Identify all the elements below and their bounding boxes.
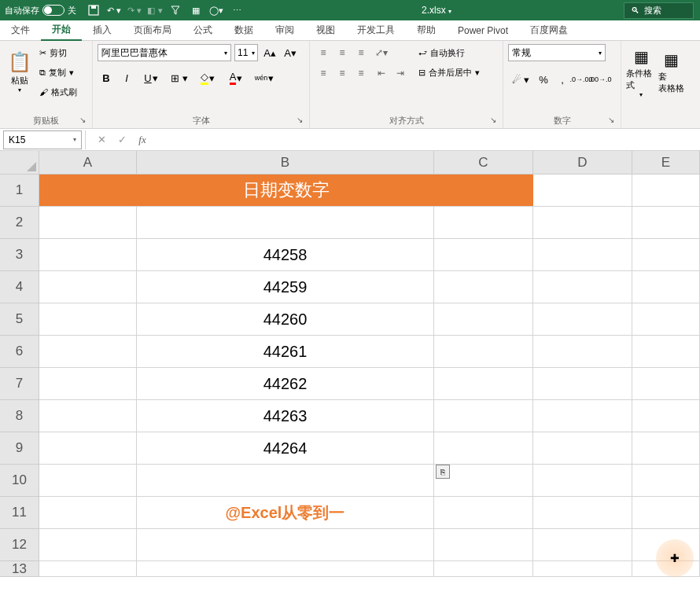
cell[interactable] — [434, 400, 533, 432]
cell[interactable] — [39, 271, 137, 303]
select-all-corner[interactable] — [0, 151, 39, 175]
cell[interactable] — [533, 239, 632, 271]
cell[interactable] — [533, 368, 632, 400]
tab-powerpivot[interactable]: Power Pivot — [447, 20, 519, 41]
cell[interactable] — [434, 239, 533, 271]
touch-icon[interactable]: ◧ ▾ — [146, 1, 164, 20]
row-header-9[interactable]: 9 — [0, 432, 39, 465]
undo-icon[interactable]: ↶ ▾ — [105, 1, 123, 20]
copy-button[interactable]: ⧉复制 ▾ — [38, 64, 79, 81]
font-family-select[interactable]: 阿里巴巴普惠体▾ — [98, 44, 231, 61]
redo-icon[interactable]: ↷ ▾ — [125, 1, 144, 20]
cell[interactable] — [39, 336, 137, 368]
cell[interactable] — [632, 303, 700, 336]
paste-button[interactable]: 📋 粘贴 ▾ — [5, 44, 35, 101]
cell[interactable] — [533, 400, 632, 432]
tab-help[interactable]: 帮助 — [406, 20, 447, 41]
format-table-button[interactable]: ▦ 套 表格格 — [659, 44, 683, 101]
cell[interactable] — [632, 175, 700, 207]
tab-view[interactable]: 视图 — [305, 20, 346, 41]
align-center-icon[interactable]: ≡ — [333, 64, 351, 82]
row-header-8[interactable]: 8 — [0, 400, 39, 432]
cell[interactable] — [39, 400, 137, 432]
cell[interactable] — [137, 529, 434, 561]
row-header-5[interactable]: 5 — [0, 303, 39, 336]
cell[interactable] — [533, 497, 632, 529]
row-header-10[interactable]: 10 — [0, 465, 39, 497]
tab-baidu[interactable]: 百度网盘 — [519, 20, 579, 41]
orientation-icon[interactable]: ⤢▾ — [373, 44, 390, 61]
indent-decrease-icon[interactable]: ⇤ — [373, 64, 390, 82]
tab-formulas[interactable]: 公式 — [182, 20, 223, 41]
tab-review[interactable]: 审阅 — [264, 20, 305, 41]
cell[interactable] — [533, 561, 632, 577]
wrap-text-button[interactable]: ⮐自动换行 — [417, 44, 481, 61]
cell[interactable] — [533, 465, 632, 497]
cell[interactable] — [39, 497, 137, 529]
col-header-D[interactable]: D — [533, 151, 632, 175]
col-header-A[interactable]: A — [39, 151, 137, 175]
cell[interactable] — [632, 336, 700, 368]
fx-icon[interactable]: fx — [132, 130, 153, 149]
search-box[interactable]: 🔍︎ 搜索 — [624, 2, 694, 19]
camera-icon[interactable]: ◯▾ — [207, 1, 226, 20]
cell[interactable] — [434, 271, 533, 303]
cell[interactable] — [434, 529, 533, 561]
row-header-3[interactable]: 3 — [0, 239, 39, 271]
cell[interactable] — [434, 303, 533, 336]
row-header-4[interactable]: 4 — [0, 271, 39, 303]
cell[interactable] — [632, 432, 700, 465]
cell[interactable] — [632, 465, 700, 497]
cell[interactable] — [434, 497, 533, 529]
align-top-icon[interactable]: ≡ — [315, 44, 332, 61]
tab-dev[interactable]: 开发工具 — [346, 20, 406, 41]
cell[interactable]: 44262 — [137, 368, 434, 400]
font-launcher-icon[interactable]: ↘ — [297, 116, 308, 127]
cell[interactable]: 44260 — [137, 303, 434, 336]
align-middle-icon[interactable]: ≡ — [333, 44, 351, 61]
cell[interactable]: 44264 — [137, 432, 434, 465]
cell[interactable] — [39, 432, 137, 465]
cell[interactable] — [533, 432, 632, 465]
tab-insert[interactable]: 插入 — [82, 20, 123, 41]
increase-font-icon[interactable]: A▴ — [261, 44, 278, 61]
cell[interactable] — [39, 561, 137, 577]
border-button[interactable]: ⊞ ▾ — [167, 69, 192, 86]
paste-options-icon[interactable]: ⎘ — [436, 465, 450, 479]
cell[interactable]: 44258 — [137, 239, 434, 271]
cell[interactable] — [434, 368, 533, 400]
cell[interactable] — [533, 529, 632, 561]
tab-layout[interactable]: 页面布局 — [123, 20, 182, 41]
cell[interactable] — [39, 303, 137, 336]
tab-home[interactable]: 开始 — [41, 20, 82, 41]
cell[interactable] — [39, 529, 137, 561]
title-merged-cell[interactable]: 日期变数字 — [39, 175, 533, 207]
cell[interactable] — [632, 271, 700, 303]
row-header-2[interactable]: 2 — [0, 207, 39, 239]
name-box[interactable]: K15▾ — [3, 130, 82, 149]
cell[interactable] — [533, 336, 632, 368]
cell[interactable] — [632, 497, 700, 529]
row-header-11[interactable]: 11 — [0, 497, 39, 529]
form-icon[interactable]: ▦ — [186, 1, 205, 20]
cell[interactable] — [137, 465, 434, 497]
enter-formula-icon[interactable]: ✓ — [112, 130, 132, 149]
italic-button[interactable]: I — [118, 69, 135, 86]
row-header-6[interactable]: 6 — [0, 336, 39, 368]
autosave-toggle[interactable]: 自动保存 关 — [0, 5, 81, 17]
cell[interactable] — [39, 239, 137, 271]
comma-button[interactable]: , — [554, 71, 571, 88]
cell[interactable] — [434, 207, 533, 239]
tab-file[interactable]: 文件 — [0, 20, 41, 41]
cell[interactable] — [137, 207, 434, 239]
fill-color-button[interactable]: ◇ ▾ — [195, 69, 220, 86]
bold-button[interactable]: B — [98, 69, 115, 86]
cell[interactable]: @Excel从零到一 — [137, 497, 434, 529]
align-right-icon[interactable]: ≡ — [352, 64, 370, 82]
cell[interactable] — [434, 432, 533, 465]
format-painter-button[interactable]: 🖌格式刷 — [38, 83, 79, 101]
cell[interactable] — [39, 368, 137, 400]
col-header-B[interactable]: B — [137, 151, 434, 175]
cell[interactable] — [39, 207, 137, 239]
col-header-C[interactable]: C — [434, 151, 533, 175]
